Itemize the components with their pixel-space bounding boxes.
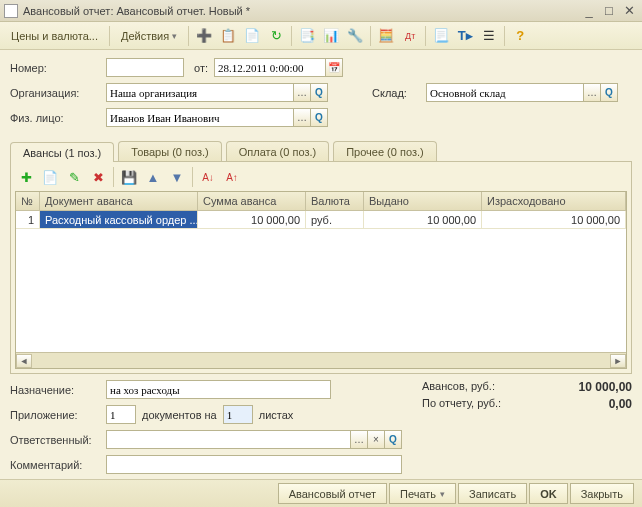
prices-button[interactable]: Цены и валюта...: [4, 25, 105, 47]
col-spent[interactable]: Израсходовано: [482, 192, 626, 210]
sheets-count-input[interactable]: [223, 405, 253, 424]
row-edit-icon[interactable]: ✎: [63, 166, 85, 188]
dtkt-icon[interactable]: Дт: [399, 25, 421, 47]
t-button-icon[interactable]: Т▸: [454, 25, 476, 47]
fill-icon[interactable]: 🧮: [375, 25, 397, 47]
app-icon: [4, 4, 18, 18]
structure-icon[interactable]: 🔧: [344, 25, 366, 47]
sklad-label: Склад:: [372, 87, 420, 99]
cell-n[interactable]: 1: [16, 211, 40, 228]
resp-open-icon[interactable]: Q: [385, 430, 402, 449]
avans-value: 10 000,00: [579, 380, 632, 394]
person-label: Физ. лицо:: [10, 112, 100, 124]
tabstrip: Авансы (1 поз.) Товары (0 поз.) Оплата (…: [0, 135, 642, 161]
cell-cur[interactable]: руб.: [306, 211, 364, 228]
form-header: Номер: от: 📅 Организация: … Q Склад: … Q…: [0, 50, 642, 135]
cell-issued[interactable]: 10 000,00: [364, 211, 482, 228]
col-doc[interactable]: Документ аванса: [40, 192, 198, 210]
report-value: 0,00: [609, 397, 632, 411]
tab-pane: ✚ 📄 ✎ ✖ 💾 ▲ ▼ A↓ A↑ № Документ аванса Су…: [10, 161, 632, 374]
bottom-area: Назначение: Приложение: документов на ли…: [0, 374, 642, 482]
org-input[interactable]: [106, 83, 294, 102]
purpose-input[interactable]: [106, 380, 331, 399]
clipboard-icon[interactable]: 📋: [217, 25, 239, 47]
actions-menu[interactable]: Действия: [114, 25, 184, 47]
window-title: Авансовый отчет: Авансовый отчет. Новый …: [23, 5, 578, 17]
row-save-icon[interactable]: 💾: [118, 166, 140, 188]
write-button[interactable]: Записать: [458, 483, 527, 504]
add-icon[interactable]: ➕: [193, 25, 215, 47]
sklad-open-icon[interactable]: Q: [601, 83, 618, 102]
tab-goods[interactable]: Товары (0 поз.): [118, 141, 221, 161]
resp-select-icon[interactable]: …: [351, 430, 368, 449]
cell-sum[interactable]: 10 000,00: [198, 211, 306, 228]
col-cur[interactable]: Валюта: [306, 192, 364, 210]
comment-input[interactable]: [106, 455, 402, 474]
report-label: По отчету, руб.:: [422, 397, 501, 411]
print-button[interactable]: Печать: [389, 483, 456, 504]
grid-body[interactable]: 1 Расходный кассовый ордер ... 10 000,00…: [16, 211, 626, 352]
sklad-select-icon[interactable]: …: [584, 83, 601, 102]
cell-doc[interactable]: Расходный кассовый ордер ...: [40, 211, 198, 228]
scroll-left-icon[interactable]: ◄: [16, 354, 32, 368]
col-sum[interactable]: Сумма аванса: [198, 192, 306, 210]
row-copy-icon[interactable]: 📄: [39, 166, 61, 188]
grid-header: № Документ аванса Сумма аванса Валюта Вы…: [16, 192, 626, 211]
grid-toolbar: ✚ 📄 ✎ ✖ 💾 ▲ ▼ A↓ A↑: [15, 166, 627, 188]
tab-avans[interactable]: Авансы (1 поз.): [10, 142, 114, 162]
sort-desc-icon[interactable]: A↑: [221, 166, 243, 188]
grid[interactable]: № Документ аванса Сумма аванса Валюта Вы…: [15, 191, 627, 369]
settings-icon[interactable]: ☰: [478, 25, 500, 47]
table-row[interactable]: 1 Расходный кассовый ордер ... 10 000,00…: [16, 211, 626, 229]
docs-label: документов на: [142, 409, 217, 421]
sheets-label: листах: [259, 409, 294, 421]
ok-button[interactable]: OK: [529, 483, 568, 504]
help-icon[interactable]: ?: [509, 25, 531, 47]
number-label: Номер:: [10, 62, 100, 74]
row-delete-icon[interactable]: ✖: [87, 166, 109, 188]
cell-spent[interactable]: 10 000,00: [482, 211, 626, 228]
main-toolbar: Цены и валюта... Действия ➕ 📋 📄 ↻ 📑 📊 🔧 …: [0, 22, 642, 50]
report-button[interactable]: Авансовый отчет: [278, 483, 387, 504]
resp-clear-icon[interactable]: ×: [368, 430, 385, 449]
movements-icon[interactable]: 📊: [320, 25, 342, 47]
tab-pay[interactable]: Оплата (0 поз.): [226, 141, 329, 161]
resp-label: Ответственный:: [10, 434, 100, 446]
tab-other[interactable]: Прочее (0 поз.): [333, 141, 436, 161]
refresh-icon[interactable]: ↻: [265, 25, 287, 47]
document-icon[interactable]: 📄: [241, 25, 263, 47]
purpose-label: Назначение:: [10, 384, 100, 396]
avans-label: Авансов, руб.:: [422, 380, 495, 394]
comment-label: Комментарий:: [10, 459, 100, 471]
basedon-icon[interactable]: 📑: [296, 25, 318, 47]
report-icon[interactable]: 📃: [430, 25, 452, 47]
date-input[interactable]: [214, 58, 326, 77]
resp-input[interactable]: [106, 430, 351, 449]
person-open-icon[interactable]: Q: [311, 108, 328, 127]
docs-count-input[interactable]: [106, 405, 136, 424]
org-open-icon[interactable]: Q: [311, 83, 328, 102]
close-button[interactable]: ✕: [620, 3, 638, 19]
col-issued[interactable]: Выдано: [364, 192, 482, 210]
titlebar: Авансовый отчет: Авансовый отчет. Новый …: [0, 0, 642, 22]
row-add-icon[interactable]: ✚: [15, 166, 37, 188]
org-select-icon[interactable]: …: [294, 83, 311, 102]
maximize-button[interactable]: □: [600, 3, 618, 19]
scroll-right-icon[interactable]: ►: [610, 354, 626, 368]
attach-label: Приложение:: [10, 409, 100, 421]
close-footer-button[interactable]: Закрыть: [570, 483, 634, 504]
from-label: от:: [194, 62, 208, 74]
col-n[interactable]: №: [16, 192, 40, 210]
grid-hscroll[interactable]: ◄ ►: [16, 352, 626, 368]
person-select-icon[interactable]: …: [294, 108, 311, 127]
calendar-icon[interactable]: 📅: [326, 58, 343, 77]
minimize-button[interactable]: _: [580, 3, 598, 19]
sort-asc-icon[interactable]: A↓: [197, 166, 219, 188]
row-up-icon[interactable]: ▲: [142, 166, 164, 188]
sklad-input[interactable]: [426, 83, 584, 102]
org-label: Организация:: [10, 87, 100, 99]
person-input[interactable]: [106, 108, 294, 127]
row-down-icon[interactable]: ▼: [166, 166, 188, 188]
footer: Авансовый отчет Печать Записать OK Закры…: [0, 479, 642, 507]
number-input[interactable]: [106, 58, 184, 77]
